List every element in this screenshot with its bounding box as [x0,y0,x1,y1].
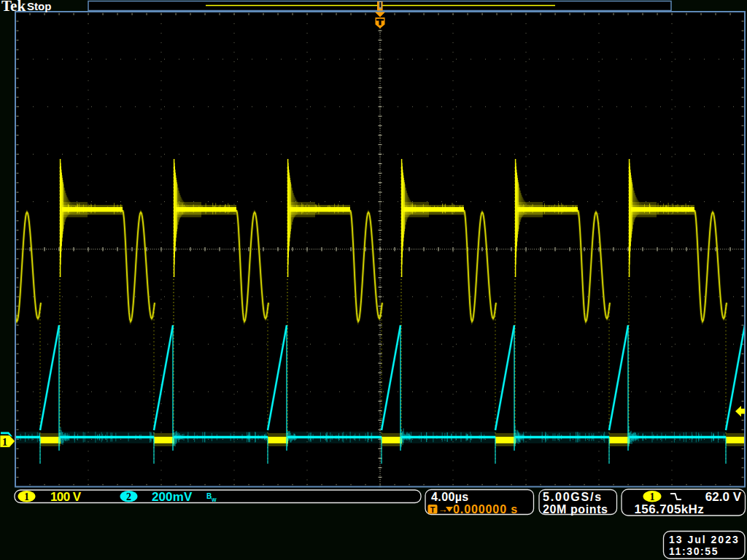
svg-text:13 Jul 2023: 13 Jul 2023 [669,534,740,545]
svg-text:11:30:55: 11:30:55 [669,545,719,557]
svg-text:→: → [438,504,448,515]
svg-text:1: 1 [24,491,29,502]
svg-text:W: W [212,497,217,502]
svg-text:1: 1 [2,436,8,448]
svg-text:5.00GS/s: 5.00GS/s [543,491,603,503]
svg-text:Tek: Tek [1,0,26,15]
svg-text:100 V: 100 V [50,490,82,504]
svg-text:4.00µs: 4.00µs [431,491,469,503]
svg-text:Stop: Stop [27,0,51,12]
svg-text:62.0 V: 62.0 V [705,490,742,504]
svg-text:2: 2 [126,491,131,502]
svg-text:200mV: 200mV [152,490,193,504]
svg-text:T: T [430,505,436,514]
svg-text:0.000000 s: 0.000000 s [453,503,518,516]
svg-text:20M points: 20M points [543,503,608,516]
svg-text:156.705kHz: 156.705kHz [635,502,705,516]
svg-text:1: 1 [650,491,655,502]
